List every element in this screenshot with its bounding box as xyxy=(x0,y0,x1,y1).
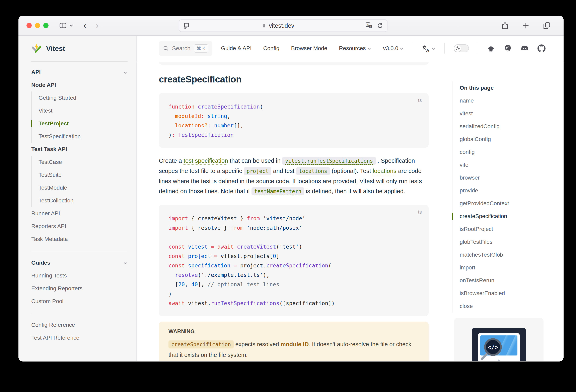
code-link-vitest-runtestspecifications[interactable]: vitest.runTestSpecifications xyxy=(282,157,376,164)
toc-item-createspecification[interactable]: createSpecification xyxy=(460,210,544,223)
toc-item-ontestsrerun[interactable]: onTestsRerun xyxy=(460,274,544,287)
toc-item-config[interactable]: config xyxy=(460,146,544,158)
toc-item-globtestfiles[interactable]: globTestFiles xyxy=(460,236,544,248)
sidebar-item-custom-pool[interactable]: Custom Pool xyxy=(31,295,128,308)
sidebar-item-label: Task Metadata xyxy=(31,236,68,242)
text-run: is defined, then it will also be applied… xyxy=(304,188,405,194)
ad-card[interactable]: </> xyxy=(454,318,544,361)
minimize-window-button[interactable] xyxy=(35,23,40,28)
sidebar-item-label: TestProject xyxy=(38,120,69,127)
toc-item-isrootproject[interactable]: isRootProject xyxy=(460,223,544,236)
toc-item-browser[interactable]: browser xyxy=(460,171,544,184)
toc-item-globalconfig[interactable]: globalConfig xyxy=(460,133,544,146)
code-link-testnamepattern[interactable]: testNamePattern xyxy=(252,188,304,194)
theme-toggle[interactable] xyxy=(454,44,469,52)
sidebar-item-label: Node API xyxy=(31,82,56,88)
toc-item-provide[interactable]: provide xyxy=(460,184,544,197)
mastodon-icon[interactable] xyxy=(504,44,512,52)
nav-label: Guide & API xyxy=(221,45,252,52)
sidebar-item-test-task-api[interactable]: Test Task API xyxy=(31,143,128,156)
forward-button[interactable]: › xyxy=(92,20,102,31)
new-tab-icon[interactable] xyxy=(522,22,530,30)
language-menu[interactable]: A xyxy=(422,44,436,52)
code-block-signature: ts function createSpecification( moduleI… xyxy=(159,93,429,148)
sidebar-item-testcase[interactable]: TestCase xyxy=(38,156,128,169)
search-button[interactable]: Search ⌘ K xyxy=(159,41,212,56)
reader-view-icon[interactable] xyxy=(183,22,190,29)
nav-item-config[interactable]: Config xyxy=(263,45,279,52)
toc-item-label: globTestFiles xyxy=(460,239,492,245)
sidebar-item-extending-reporters[interactable]: Extending Reporters xyxy=(31,282,128,295)
chevron-down-icon xyxy=(400,47,403,50)
toc-item-matchestestglob[interactable]: matchesTestGlob xyxy=(460,248,544,261)
sidebar-item-getting-started[interactable]: Getting Started xyxy=(38,91,128,104)
zoom-window-button[interactable] xyxy=(43,23,49,28)
code-line: const vitest = await createVitest('test'… xyxy=(169,242,419,251)
address-bar[interactable]: vitest.dev Ax̂ xyxy=(179,19,387,32)
toc-item-label: provide xyxy=(460,187,478,194)
sidebar-toggle-icon[interactable] xyxy=(58,20,68,31)
share-icon[interactable] xyxy=(501,22,509,30)
github-icon[interactable] xyxy=(538,44,546,52)
sidebar-item-test-api-reference[interactable]: Test API Reference xyxy=(31,332,128,344)
link-locations[interactable]: locations xyxy=(373,168,396,174)
sidebar-item-testsuite[interactable]: TestSuite xyxy=(38,169,128,181)
link-module-id[interactable]: module ID xyxy=(281,341,309,347)
warning-title: WARNING xyxy=(169,329,419,335)
toc-item-import[interactable]: import xyxy=(460,261,544,274)
search-icon xyxy=(163,45,169,51)
link-test-specification[interactable]: test specification xyxy=(183,157,228,164)
nav-item-v3-0-0[interactable]: v3.0.0 xyxy=(383,45,404,52)
tab-overview-icon[interactable] xyxy=(543,22,551,30)
code-line: [20, 40], // optional test lines xyxy=(169,280,419,289)
nav-item-resources[interactable]: Resources xyxy=(339,45,372,52)
toc-item-getprovidedcontext[interactable]: getProvidedContext xyxy=(460,197,544,210)
sidebar-menu-chevron-icon[interactable] xyxy=(70,23,73,27)
toc-item-serializedconfig[interactable]: serializedConfig xyxy=(460,120,544,133)
toc-item-label: isBrowserEnabled xyxy=(460,290,505,297)
sidebar-item-testproject[interactable]: TestProject xyxy=(38,117,128,130)
nav-label: Config xyxy=(263,45,279,52)
chevron-down-icon xyxy=(124,71,127,74)
toc-item-label: createSpecification xyxy=(460,213,507,219)
sidebar-item-config-reference[interactable]: Config Reference xyxy=(31,319,128,332)
bluesky-icon[interactable] xyxy=(487,44,495,52)
sidebar-item-testmodule[interactable]: TestModule xyxy=(38,181,128,194)
sidebar-item-testcollection[interactable]: TestCollection xyxy=(38,194,128,207)
back-button[interactable]: ‹ xyxy=(80,20,90,31)
sidebar-item-api[interactable]: API xyxy=(31,66,128,79)
code-block-example: ts import { createVitest } from 'vitest/… xyxy=(159,205,429,316)
sidebar-item-reporters-api[interactable]: Reporters API xyxy=(31,220,128,233)
sidebar-item-label: Reporters API xyxy=(31,223,66,230)
toc-item-name[interactable]: name xyxy=(460,94,544,107)
toc-item-isbrowserenabled[interactable]: isBrowserEnabled xyxy=(460,287,544,300)
code-line: const specification = project.createSpec… xyxy=(169,261,419,270)
on-this-page-aside: On this page namevitestserializedConfigg… xyxy=(452,61,544,361)
close-window-button[interactable] xyxy=(27,23,32,28)
nav-item-browser-mode[interactable]: Browser Mode xyxy=(291,45,327,52)
sidebar-item-task-metadata[interactable]: Task Metadata xyxy=(31,233,128,245)
social-links xyxy=(487,44,546,52)
warning-callout: WARNING createSpecification expects reso… xyxy=(159,322,429,361)
sidebar-item-testspecification[interactable]: TestSpecification xyxy=(38,130,128,143)
sidebar-item-guides[interactable]: Guides xyxy=(31,256,128,269)
toc-item-label: close xyxy=(460,303,473,309)
toc-item-vitest[interactable]: vitest xyxy=(460,107,544,120)
site-header: Search ⌘ K Guide & APIConfigBrowser Mode… xyxy=(137,36,564,61)
sidebar-item-runner-api[interactable]: Runner API xyxy=(31,207,128,220)
nav-item-guide-api[interactable]: Guide & API xyxy=(221,45,252,52)
reload-icon[interactable] xyxy=(377,22,383,29)
sidebar-item-running-tests[interactable]: Running Tests xyxy=(31,269,128,282)
sidebar-item-label: Runner API xyxy=(31,210,60,217)
discord-icon[interactable] xyxy=(521,44,529,52)
toc-item-vite[interactable]: vite xyxy=(460,158,544,171)
previous-code-block-remnant xyxy=(159,62,429,65)
toc-item-label: matchesTestGlob xyxy=(460,252,503,258)
doc-scroll-area[interactable]: createSpecification ts function createSp… xyxy=(137,61,564,361)
sidebar-item-label: Extending Reporters xyxy=(31,285,83,292)
toc-item-close[interactable]: close xyxy=(460,300,544,313)
sidebar-item-node-api[interactable]: Node API xyxy=(31,79,128,91)
translate-icon[interactable]: Ax̂ xyxy=(365,22,373,29)
vitest-logo[interactable]: Vitest xyxy=(31,36,128,61)
sidebar-item-vitest[interactable]: Vitest xyxy=(38,104,128,117)
